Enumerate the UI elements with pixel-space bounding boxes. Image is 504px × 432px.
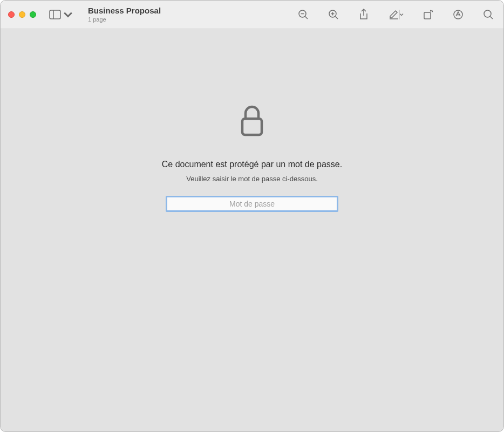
document-page-count: 1 page bbox=[88, 16, 291, 23]
minimize-button[interactable] bbox=[19, 11, 25, 18]
highlighter-icon bbox=[452, 9, 464, 20]
window-controls bbox=[8, 11, 36, 18]
sidebar-toggle-button[interactable] bbox=[49, 10, 74, 19]
markup-group bbox=[386, 7, 405, 22]
search-icon bbox=[482, 9, 494, 20]
document-title: Business Proposal bbox=[88, 6, 291, 16]
app-window: Business Proposal 1 page bbox=[0, 0, 504, 432]
sidebar-icon bbox=[49, 10, 61, 19]
zoom-out-button[interactable] bbox=[296, 7, 311, 22]
svg-point-12 bbox=[484, 10, 491, 17]
lock-icon bbox=[240, 105, 264, 139]
svg-rect-0 bbox=[50, 10, 60, 19]
svg-rect-14 bbox=[242, 119, 262, 135]
title-section: Business Proposal 1 page bbox=[88, 6, 291, 23]
share-button[interactable] bbox=[356, 7, 371, 22]
share-icon bbox=[358, 9, 369, 20]
chevron-down-icon bbox=[399, 12, 404, 17]
zoom-in-icon bbox=[328, 9, 339, 20]
instruction-text: Veuillez saisir le mot de passe ci-desso… bbox=[186, 175, 318, 183]
password-input[interactable] bbox=[166, 196, 338, 212]
rotate-icon bbox=[422, 9, 434, 20]
zoom-in-button[interactable] bbox=[326, 7, 341, 22]
chevron-down-icon bbox=[62, 10, 74, 19]
svg-line-13 bbox=[491, 17, 493, 19]
close-button[interactable] bbox=[8, 11, 15, 18]
svg-line-6 bbox=[336, 17, 338, 19]
titlebar: Business Proposal 1 page bbox=[1, 1, 503, 29]
highlight-button[interactable] bbox=[451, 7, 466, 22]
svg-rect-10 bbox=[424, 12, 431, 19]
markup-menu-button[interactable] bbox=[398, 7, 405, 22]
zoom-out-icon bbox=[297, 9, 309, 20]
svg-line-3 bbox=[305, 17, 308, 19]
search-button[interactable] bbox=[481, 7, 496, 22]
maximize-button[interactable] bbox=[30, 11, 36, 18]
rotate-button[interactable] bbox=[420, 7, 435, 22]
toolbar bbox=[296, 7, 496, 22]
protected-message: Ce document est protégé par un mot de pa… bbox=[162, 160, 342, 169]
content-area: Ce document est protégé par un mot de pa… bbox=[1, 29, 503, 431]
